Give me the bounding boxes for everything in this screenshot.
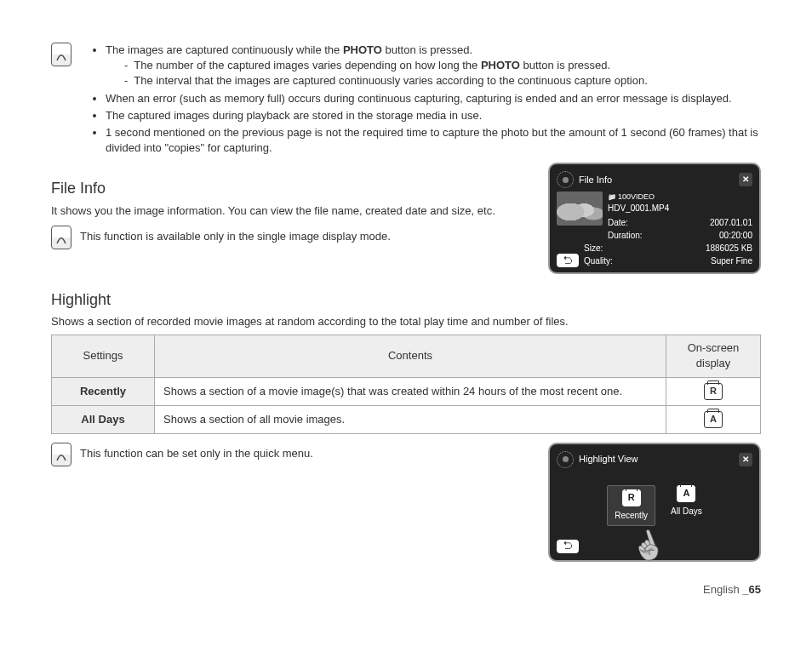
table-row: Recently Shows a section of a movie imag… xyxy=(52,377,761,405)
alldays-icon: A xyxy=(704,411,723,428)
meta-row: Quality:Super Fine xyxy=(584,255,752,267)
file-info-panel: File Info ✕ 100VIDEO HDV_0001.MP4 Date:2… xyxy=(548,163,761,274)
note-item: When an error (such as memory full) occu… xyxy=(106,91,761,106)
th-osd: On-screen display xyxy=(666,335,761,377)
highlight-table: Settings Contents On-screen display Rece… xyxy=(51,335,761,433)
highlight-panel: Highlight View ✕ R Recently A All Days ⮌… xyxy=(548,443,761,562)
th-settings: Settings xyxy=(52,335,155,377)
option-recently[interactable]: R Recently xyxy=(607,485,655,526)
note-icon xyxy=(51,43,71,66)
notes-list: The images are captured continuously whi… xyxy=(90,43,761,157)
file-info-heading: File Info xyxy=(51,178,533,199)
alldays-icon: A xyxy=(677,485,695,502)
note-item: The captured images during playback are … xyxy=(106,108,761,123)
close-icon[interactable]: ✕ xyxy=(739,453,752,466)
highlight-heading: Highlight xyxy=(51,289,761,311)
back-icon[interactable]: ⮌ xyxy=(557,254,579,267)
meta-row: Date:2007.01.01 xyxy=(608,216,752,229)
back-icon[interactable]: ⮌ xyxy=(557,540,579,553)
panel-title: Highlight View xyxy=(579,453,734,466)
note-icon xyxy=(51,443,71,466)
filename-label: HDV_0001.MP4 xyxy=(608,203,752,214)
panel-title: File Info xyxy=(579,174,734,186)
meta-row: Duration:00:20:00 xyxy=(608,229,752,242)
recently-icon: R xyxy=(704,383,723,400)
meta-row: Size:1886025 KB xyxy=(584,242,752,255)
page-footer: English _65 xyxy=(51,582,761,598)
note-item: The images are captured continuously whi… xyxy=(106,43,761,89)
recently-icon: R xyxy=(622,489,641,506)
reel-icon xyxy=(557,171,574,188)
close-icon[interactable]: ✕ xyxy=(739,173,752,186)
option-alldays[interactable]: A All Days xyxy=(671,485,702,526)
highlight-description: Shows a section of recorded movie images… xyxy=(51,314,761,329)
thumbnail xyxy=(557,192,603,226)
reel-icon xyxy=(557,451,574,468)
note-icon xyxy=(51,226,71,249)
th-contents: Contents xyxy=(155,335,666,377)
note-item: 1 second mentioned on the previous page … xyxy=(106,125,761,156)
file-info-description: It shows you the image information. You … xyxy=(51,203,533,219)
folder-label: 100VIDEO xyxy=(608,192,752,203)
file-info-note: This function is available only in the s… xyxy=(80,226,391,244)
table-row: All Days Shows a section of all movie im… xyxy=(52,405,761,433)
highlight-note: This function can be set only in the qui… xyxy=(80,443,313,461)
